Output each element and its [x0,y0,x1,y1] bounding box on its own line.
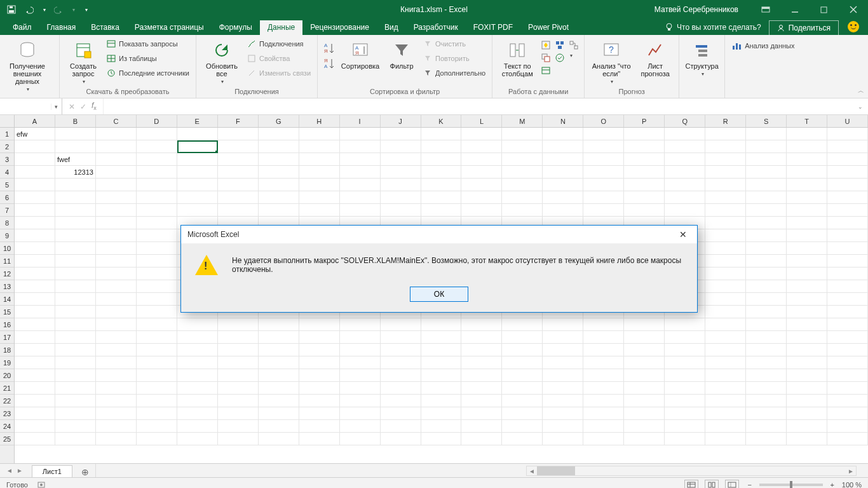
cell[interactable] [177,356,218,369]
flash-fill-icon[interactable] [541,40,551,50]
tell-me[interactable]: Что вы хотите сделать? [658,23,769,35]
expand-formula-bar-icon[interactable]: ⌄ [853,98,868,114]
qat-customize-icon[interactable]: ▾ [85,7,88,13]
cell[interactable] [299,179,340,191]
cell[interactable] [299,318,340,331]
maximize-icon[interactable] [810,0,839,19]
redo-menu-icon[interactable]: ▾ [72,7,75,13]
cell[interactable] [218,395,259,407]
column-header[interactable]: L [461,115,502,127]
cell[interactable] [787,229,827,242]
cell[interactable] [787,140,827,153]
cell[interactable] [218,369,259,382]
row-header[interactable]: 2 [0,140,14,153]
column-header[interactable]: I [340,115,381,127]
cell[interactable] [746,229,787,242]
cell[interactable] [705,420,746,433]
cell[interactable] [55,318,96,331]
cell[interactable] [624,382,665,395]
cell[interactable] [15,433,55,445]
cell[interactable] [827,140,868,153]
cell[interactable] [787,128,827,140]
cell[interactable] [827,280,868,293]
cell[interactable] [787,153,827,166]
cell[interactable] [421,191,462,204]
cell[interactable] [340,420,381,433]
cell[interactable] [746,242,787,255]
cell[interactable] [787,280,827,293]
cell[interactable] [665,382,705,395]
data-validation-icon[interactable] [555,53,565,63]
cell[interactable] [827,242,868,255]
cell[interactable] [624,166,665,179]
cell[interactable] [827,382,868,395]
cell[interactable] [746,280,787,293]
redo-icon[interactable] [53,4,64,15]
cell[interactable] [827,229,868,242]
cell[interactable] [177,204,218,217]
cell[interactable] [827,407,868,420]
cell[interactable] [624,191,665,204]
cell[interactable] [705,140,746,153]
cell[interactable] [15,293,55,306]
close-icon[interactable] [839,0,868,19]
cell[interactable] [746,153,787,166]
cell[interactable] [137,268,177,280]
cell[interactable] [259,128,299,140]
cell[interactable] [218,166,259,179]
cell[interactable]: efw [15,128,55,140]
cell[interactable] [15,407,55,420]
cell[interactable] [583,395,624,407]
cell[interactable] [137,382,177,395]
cell[interactable] [624,204,665,217]
cell[interactable] [381,179,421,191]
cell[interactable] [137,140,177,153]
row-header[interactable]: 4 [0,166,14,179]
cell[interactable] [15,344,55,356]
row-header[interactable]: 11 [0,255,14,268]
cell[interactable] [787,356,827,369]
cell[interactable] [96,318,137,331]
cell[interactable] [218,382,259,395]
cell[interactable] [137,229,177,242]
cell[interactable] [137,318,177,331]
cell[interactable] [137,255,177,268]
cell[interactable] [96,217,137,229]
cell[interactable] [502,140,543,153]
cell[interactable] [340,395,381,407]
cell[interactable] [299,407,340,420]
cell[interactable] [137,242,177,255]
outline-button[interactable]: Структура▾ [684,37,719,78]
cell[interactable] [624,407,665,420]
cell[interactable] [583,153,624,166]
cell[interactable] [137,433,177,445]
column-header[interactable]: S [746,115,787,127]
cell[interactable] [340,344,381,356]
cell[interactable] [55,331,96,344]
filter-button[interactable]: Фильтр [385,37,418,70]
cell[interactable] [137,204,177,217]
cell[interactable] [502,153,543,166]
cell[interactable] [137,179,177,191]
cell[interactable] [827,331,868,344]
cell[interactable] [705,242,746,255]
cell[interactable] [299,331,340,344]
cell[interactable] [421,204,462,217]
column-header[interactable]: D [137,115,177,127]
cell[interactable] [137,217,177,229]
cell[interactable] [746,382,787,395]
cell[interactable] [15,268,55,280]
cell[interactable] [96,331,137,344]
cell[interactable] [705,153,746,166]
row-header[interactable]: 10 [0,242,14,255]
cell[interactable] [15,280,55,293]
column-header[interactable]: E [177,115,218,127]
cell[interactable] [665,140,705,153]
cell[interactable] [624,344,665,356]
cell[interactable] [177,344,218,356]
cell[interactable] [787,166,827,179]
cell[interactable] [583,318,624,331]
column-header[interactable]: F [218,115,259,127]
cell[interactable] [543,318,583,331]
cell[interactable] [259,153,299,166]
